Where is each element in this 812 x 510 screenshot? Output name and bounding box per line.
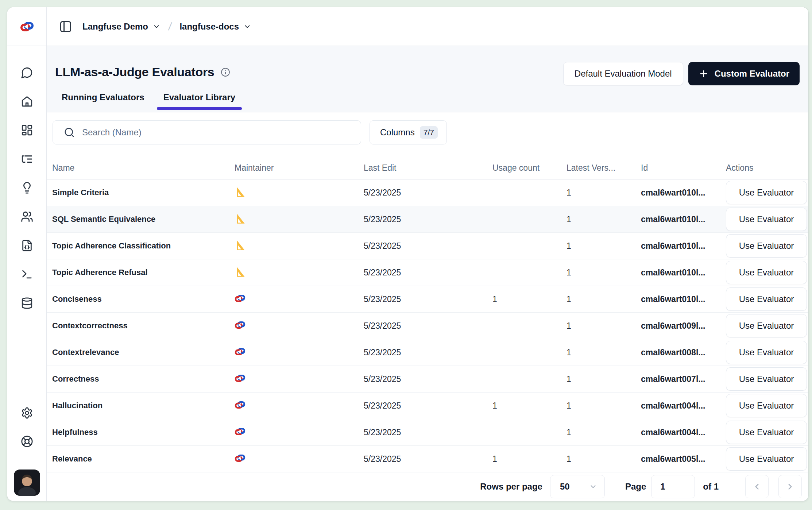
- langfuse-maintainer-icon: [235, 346, 245, 357]
- settings-gear-icon[interactable]: [21, 407, 33, 419]
- langfuse-maintainer-icon: [235, 320, 245, 331]
- sidebar-main-icons: [21, 66, 33, 309]
- use-evaluator-button[interactable]: Use Evaluator: [726, 394, 807, 417]
- app-logo[interactable]: [7, 7, 47, 46]
- table-row[interactable]: Correctness 5/23/2025 1 cmal6wart007l...…: [47, 366, 808, 393]
- top-navigation: Langfuse Demo / langfuse-docs: [7, 7, 808, 46]
- info-icon[interactable]: [221, 67, 230, 77]
- terminal-icon[interactable]: [21, 268, 33, 281]
- columns-label: Columns: [380, 127, 415, 138]
- tab-evaluator-library[interactable]: Evaluator Library: [157, 89, 242, 110]
- ragas-maintainer-icon: [235, 186, 245, 197]
- table-row[interactable]: Conciseness 5/23/2025 1 1 cmal6wart010l.…: [47, 286, 808, 313]
- maintainer-cell: [235, 399, 364, 412]
- table-row[interactable]: SQL Semantic Equivalence 5/23/2025 1 cma…: [47, 206, 808, 233]
- last-edit: 5/23/2025: [364, 188, 492, 198]
- next-page-button[interactable]: [778, 475, 802, 498]
- tab-running-evaluators[interactable]: Running Evaluators: [55, 89, 151, 110]
- use-evaluator-button[interactable]: Use Evaluator: [726, 314, 807, 337]
- table-row[interactable]: Topic Adherence Classification 5/23/2025…: [47, 233, 808, 259]
- evaluator-name: Contextcorrectness: [52, 321, 235, 331]
- maintainer-cell: [235, 320, 364, 332]
- search-input[interactable]: [82, 127, 352, 138]
- rows-per-page-value: 50: [560, 482, 570, 492]
- custom-evaluator-button[interactable]: Custom Evaluator: [688, 62, 800, 85]
- actions-cell: Use Evaluator: [726, 367, 808, 391]
- users-icon[interactable]: [21, 210, 33, 223]
- table-row[interactable]: Contextrelevance 5/23/2025 1 cmal6wart00…: [47, 339, 808, 366]
- home-icon[interactable]: [21, 95, 33, 108]
- file-braces-icon[interactable]: [21, 239, 33, 252]
- chevron-left-icon: [752, 482, 762, 491]
- lightbulb-icon[interactable]: [21, 182, 33, 194]
- table-body: Simple Criteria 5/23/2025 1 cmal6wart010…: [47, 179, 808, 472]
- sidebar-toggle-button[interactable]: [59, 20, 72, 33]
- use-evaluator-button[interactable]: Use Evaluator: [726, 208, 807, 231]
- chevron-down-icon: [243, 23, 251, 31]
- column-header: Usage count: [492, 163, 567, 173]
- last-edit: 5/23/2025: [364, 454, 492, 464]
- project-switcher[interactable]: langfuse-docs: [179, 22, 251, 32]
- evaluator-table: NameMaintainerLast EditUsage countLatest…: [47, 157, 808, 472]
- table-toolbar: Columns 7/7: [47, 120, 808, 144]
- search-icon: [64, 127, 75, 138]
- column-header: Maintainer: [235, 163, 364, 173]
- chevron-down-icon: [589, 483, 597, 491]
- use-evaluator-button[interactable]: Use Evaluator: [726, 447, 807, 471]
- last-edit: 5/23/2025: [364, 401, 492, 411]
- latest-version: 1: [567, 321, 641, 331]
- table-header-row: NameMaintainerLast EditUsage countLatest…: [47, 157, 808, 179]
- tab-bar: Running Evaluators Evaluator Library: [55, 89, 242, 110]
- maintainer-cell: [235, 453, 364, 465]
- actions-cell: Use Evaluator: [726, 314, 808, 337]
- last-edit: 5/23/2025: [364, 374, 492, 384]
- maintainer-cell: [235, 293, 364, 305]
- latest-version: 1: [567, 454, 641, 464]
- ragas-maintainer-icon: [235, 240, 245, 251]
- columns-button[interactable]: Columns 7/7: [370, 120, 447, 144]
- langfuse-maintainer-icon: [235, 426, 245, 437]
- column-header: Latest Vers...: [567, 163, 641, 173]
- page-input[interactable]: [651, 475, 695, 498]
- use-evaluator-button[interactable]: Use Evaluator: [726, 367, 807, 391]
- table-row[interactable]: Simple Criteria 5/23/2025 1 cmal6wart010…: [47, 179, 808, 206]
- use-evaluator-button[interactable]: Use Evaluator: [726, 421, 807, 444]
- organization-switcher[interactable]: Langfuse Demo: [82, 22, 161, 32]
- use-evaluator-button[interactable]: Use Evaluator: [726, 181, 807, 204]
- use-evaluator-button[interactable]: Use Evaluator: [726, 287, 807, 311]
- default-evaluation-model-button[interactable]: Default Evaluation Model: [563, 62, 683, 85]
- evaluator-id: cmal6wart010l...: [641, 294, 726, 304]
- user-avatar[interactable]: [14, 470, 40, 496]
- table-row[interactable]: Topic Adherence Refusal 5/23/2025 1 cmal…: [47, 259, 808, 286]
- column-header: Name: [52, 163, 235, 173]
- latest-version: 1: [567, 348, 641, 358]
- panel-left-icon: [59, 20, 72, 33]
- rows-per-page-select[interactable]: 50: [550, 475, 605, 498]
- latest-version: 1: [567, 294, 641, 304]
- database-icon[interactable]: [21, 297, 33, 309]
- page-label: Page: [625, 482, 646, 492]
- last-edit: 5/23/2025: [364, 241, 492, 251]
- table-row[interactable]: Hallucination 5/23/2025 1 1 cmal6wart004…: [47, 393, 808, 419]
- last-edit: 5/23/2025: [364, 294, 492, 304]
- usage-count: 1: [492, 454, 567, 464]
- latest-version: 1: [567, 268, 641, 278]
- use-evaluator-button[interactable]: Use Evaluator: [726, 261, 807, 284]
- previous-page-button[interactable]: [745, 475, 769, 498]
- table-row[interactable]: Relevance 5/23/2025 1 1 cmal6wart005l...…: [47, 446, 808, 472]
- latest-version: 1: [567, 428, 641, 437]
- message-circle-icon[interactable]: [21, 66, 33, 79]
- latest-version: 1: [567, 401, 641, 411]
- use-evaluator-button[interactable]: Use Evaluator: [726, 234, 807, 258]
- table-row[interactable]: Contextcorrectness 5/23/2025 1 cmal6wart…: [47, 313, 808, 339]
- page-title: LLM-as-a-Judge Evaluators: [55, 65, 214, 79]
- list-tree-icon[interactable]: [21, 153, 33, 165]
- maintainer-cell: [235, 373, 364, 385]
- use-evaluator-button[interactable]: Use Evaluator: [726, 341, 807, 364]
- column-header: Last Edit: [364, 163, 492, 173]
- life-buoy-icon[interactable]: [21, 435, 33, 448]
- last-edit: 5/23/2025: [364, 348, 492, 358]
- table-row[interactable]: Helpfulness 5/23/2025 1 cmal6wart004l...…: [47, 419, 808, 446]
- maintainer-cell: [235, 186, 364, 199]
- dashboard-grid-icon[interactable]: [21, 124, 33, 136]
